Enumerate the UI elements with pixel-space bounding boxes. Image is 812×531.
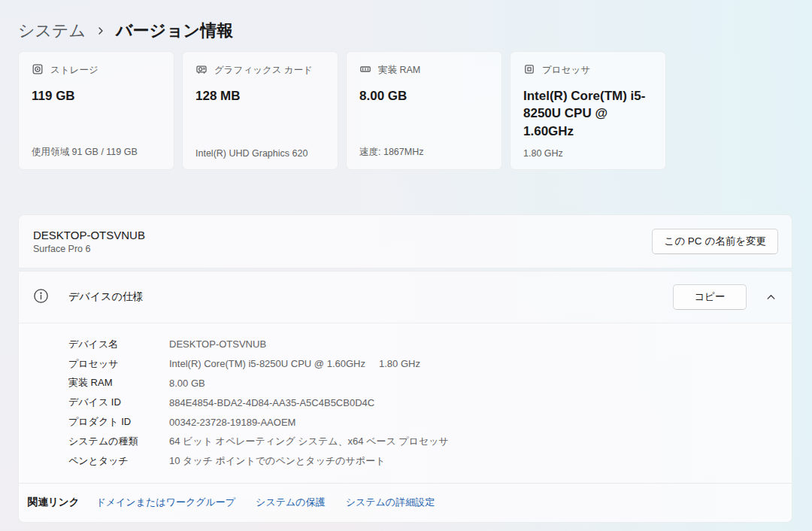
card-footer: 速度: 1867MHz bbox=[359, 146, 489, 159]
related-links-row: 関連リンク ドメインまたはワークグループ システムの保護 システムの詳細設定 bbox=[19, 483, 792, 522]
spec-row-device-id: デバイス ID 884E4854-BDA2-4D84-AA35-A5C4B5CB… bbox=[68, 393, 777, 412]
device-specs-content: デバイス名 DESKTOP-OTSVNUB プロセッサ Intel(R) Cor… bbox=[19, 323, 792, 483]
device-group: DESKTOP-OTSVNUB Surface Pro 6 この PC の名前を… bbox=[18, 214, 792, 523]
chevron-right-icon bbox=[96, 26, 105, 35]
card-label: ストレージ bbox=[50, 64, 98, 77]
page-title: バージョン情報 bbox=[116, 20, 233, 42]
cpu-icon bbox=[523, 63, 535, 77]
card-footer: 使用領域 91 GB / 119 GB bbox=[32, 146, 161, 159]
device-name-card: DESKTOP-OTSVNUB Surface Pro 6 この PC の名前を… bbox=[18, 214, 792, 269]
storage-icon bbox=[32, 63, 44, 77]
rename-pc-button[interactable]: この PC の名前を変更 bbox=[652, 229, 778, 254]
spec-row-device-name: デバイス名 DESKTOP-OTSVNUB bbox=[68, 335, 777, 354]
graphics-card: グラフィックス カード 128 MB Intel(R) UHD Graphics… bbox=[182, 51, 338, 170]
device-model: Surface Pro 6 bbox=[33, 244, 145, 254]
link-system-protection[interactable]: システムの保護 bbox=[256, 496, 326, 509]
info-icon bbox=[33, 288, 49, 307]
spec-row-processor: プロセッサ Intel(R) Core(TM) i5-8250U CPU @ 1… bbox=[68, 354, 777, 374]
ram-icon bbox=[359, 63, 371, 77]
device-specs-title: デバイスの仕様 bbox=[68, 290, 144, 304]
card-value: 119 GB bbox=[32, 87, 161, 105]
about-page: システム バージョン情報 ストレージ 119 GB 使用領域 91 GB / 1… bbox=[0, 0, 812, 523]
chevron-up-icon[interactable] bbox=[763, 290, 779, 305]
spec-row-pen-touch: ペンとタッチ 10 タッチ ポイントでのペンとタッチのサポート bbox=[68, 451, 777, 471]
card-footer: 1.80 GHz bbox=[523, 148, 653, 159]
related-links-title: 関連リンク bbox=[28, 496, 79, 509]
ram-card: 実装 RAM 8.00 GB 速度: 1867MHz bbox=[346, 51, 502, 170]
device-specs-expander: デバイスの仕様 コピー デバイス名 DESKTOP-OTSVNUB プロセッサ … bbox=[18, 271, 792, 523]
device-specs-header[interactable]: デバイスの仕様 コピー bbox=[19, 272, 792, 323]
summary-cards: ストレージ 119 GB 使用領域 91 GB / 119 GB グラフィックス… bbox=[18, 51, 792, 170]
spec-row-system-type: システムの種類 64 ビット オペレーティング システム、x64 ベース プロセ… bbox=[68, 432, 777, 451]
processor-card: プロセッサ Intel(R) Core(TM) i5-8250U CPU @ 1… bbox=[510, 51, 666, 170]
card-value: Intel(R) Core(TM) i5-8250U CPU @ 1.60GHz bbox=[523, 87, 653, 140]
link-advanced-system-settings[interactable]: システムの詳細設定 bbox=[346, 496, 435, 509]
link-domain-workgroup[interactable]: ドメインまたはワークグループ bbox=[95, 496, 235, 509]
breadcrumb-system[interactable]: システム bbox=[18, 20, 86, 42]
card-value: 128 MB bbox=[195, 87, 325, 105]
card-value: 8.00 GB bbox=[359, 87, 489, 105]
spec-row-ram: 実装 RAM 8.00 GB bbox=[68, 374, 777, 393]
breadcrumb: システム バージョン情報 bbox=[18, 0, 792, 42]
gpu-icon bbox=[195, 63, 208, 77]
card-footer: Intel(R) UHD Graphics 620 bbox=[195, 148, 325, 159]
copy-button[interactable]: コピー bbox=[673, 284, 747, 310]
device-name: DESKTOP-OTSVNUB bbox=[33, 229, 145, 241]
spec-row-product-id: プロダクト ID 00342-23728-19189-AAOEM bbox=[68, 412, 777, 432]
card-label: グラフィックス カード bbox=[214, 64, 313, 77]
card-label: 実装 RAM bbox=[378, 64, 420, 77]
card-label: プロセッサ bbox=[542, 64, 590, 77]
storage-card: ストレージ 119 GB 使用領域 91 GB / 119 GB bbox=[18, 51, 174, 170]
